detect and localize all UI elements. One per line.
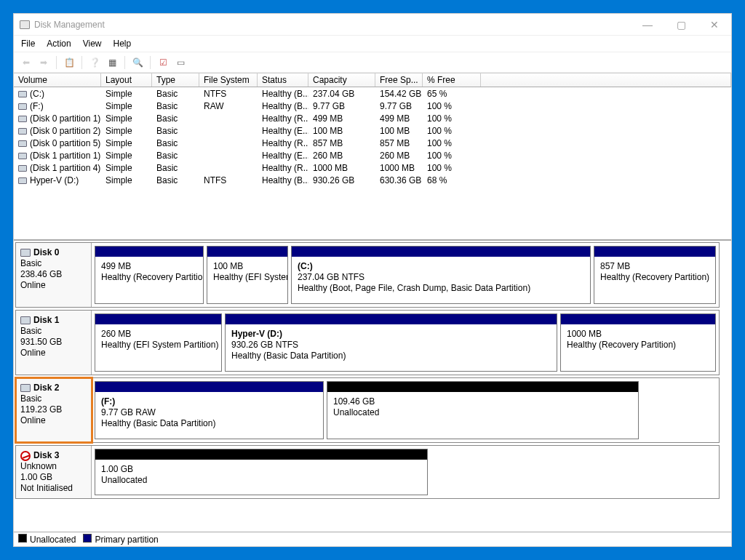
window-title: Disk Management xyxy=(34,20,105,30)
disk2-part-f[interactable]: (F:)9.77 GB RAWHealthy (Basic Data Parti… xyxy=(95,381,324,439)
disk1-part1[interactable]: 260 MBHealthy (EFI System Partition) xyxy=(95,313,222,372)
col-layout[interactable]: Layout xyxy=(101,73,152,87)
disk1-part-d[interactable]: Hyper-V (D:)930.26 GB NTFSHealthy (Basic… xyxy=(225,313,557,372)
disk-0-block[interactable]: Disk 0 Basic 238.46 GB Online 499 MBHeal… xyxy=(15,242,720,308)
app-icon xyxy=(20,20,30,29)
partition-bar xyxy=(594,247,715,257)
disk0-part5[interactable]: 857 MBHealthy (Recovery Partition) xyxy=(594,246,716,304)
volume-row[interactable]: (Disk 1 partition 4)SimpleBasicHealthy (… xyxy=(14,161,731,174)
disk-3-info: Disk 3 Unknown 1.00 GB Not Initialised xyxy=(16,446,92,498)
menu-file[interactable]: File xyxy=(21,39,35,49)
col-filesystem[interactable]: File System xyxy=(199,73,258,87)
help-icon[interactable]: ❔ xyxy=(87,55,103,71)
col-capacity[interactable]: Capacity xyxy=(308,73,375,87)
partition-bar xyxy=(561,314,715,324)
partition-bar xyxy=(327,382,638,392)
disk-icon xyxy=(20,384,31,392)
col-type[interactable]: Type xyxy=(152,73,199,87)
legend-swatch-primary xyxy=(83,534,92,543)
disk0-part1[interactable]: 499 MBHealthy (Recovery Partition) xyxy=(95,246,204,304)
volume-row[interactable]: (Disk 0 partition 1)SimpleBasicHealthy (… xyxy=(14,112,731,124)
disk-3-block[interactable]: Disk 3 Unknown 1.00 GB Not Initialised 1… xyxy=(15,445,720,499)
legend-label-primary: Primary partition xyxy=(95,535,158,545)
partition-bar xyxy=(95,247,203,257)
maximize-button[interactable]: ▢ xyxy=(664,14,698,36)
menu-help[interactable]: Help xyxy=(113,39,132,49)
disk-1-info: Disk 1 Basic 931.50 GB Online xyxy=(16,311,92,375)
partition-bar xyxy=(292,247,590,257)
action-check-icon[interactable]: ☑ xyxy=(155,55,171,71)
show-hide-console-icon[interactable]: 📋 xyxy=(61,55,77,71)
col-status[interactable]: Status xyxy=(258,73,308,87)
disk-1-block[interactable]: Disk 1 Basic 931.50 GB Online 260 MBHeal… xyxy=(15,310,720,375)
col-pctfree[interactable]: % Free xyxy=(423,73,481,87)
volume-list: Volume Layout Type File System Status Ca… xyxy=(14,73,731,240)
partition-bar xyxy=(95,382,323,392)
back-icon[interactable]: ⬅ xyxy=(18,55,34,71)
menu-action[interactable]: Action xyxy=(47,39,71,49)
volume-row[interactable]: (Disk 0 partition 5)SimpleBasicHealthy (… xyxy=(14,137,731,149)
volume-row[interactable]: Hyper-V (D:)SimpleBasicNTFSHealthy (B...… xyxy=(14,174,731,186)
refresh-icon[interactable]: 🔍 xyxy=(130,55,146,71)
disk1-part4[interactable]: 1000 MBHealthy (Recovery Partition) xyxy=(560,313,716,372)
settings-view-icon[interactable]: ▦ xyxy=(104,55,120,71)
volume-list-header: Volume Layout Type File System Status Ca… xyxy=(14,73,731,87)
disk0-part2[interactable]: 100 MBHealthy (EFI System xyxy=(207,246,288,304)
col-volume[interactable]: Volume xyxy=(14,73,101,87)
disk2-unallocated[interactable]: 109.46 GBUnallocated xyxy=(327,381,639,439)
close-button[interactable]: ✕ xyxy=(698,14,731,36)
volume-row[interactable]: (C:)SimpleBasicNTFSHealthy (B...237.04 G… xyxy=(14,87,731,100)
volume-row[interactable]: (Disk 1 partition 1)SimpleBasicHealthy (… xyxy=(14,149,731,161)
disk-unknown-icon xyxy=(20,451,31,461)
volume-row[interactable]: (F:)SimpleBasicRAWHealthy (B...9.77 GB9.… xyxy=(14,100,731,112)
legend-label-unallocated: Unallocated xyxy=(30,535,76,545)
disk-icon xyxy=(20,316,31,324)
partition-bar xyxy=(226,314,557,324)
legend-swatch-unallocated xyxy=(18,534,27,543)
disk-2-info: Disk 2 Basic 119.23 GB Online xyxy=(16,378,92,442)
partition-bar xyxy=(95,314,221,324)
partition-bar xyxy=(95,449,427,460)
disk3-unallocated[interactable]: 1.00 GBUnallocated xyxy=(95,449,428,495)
disk-management-window: Disk Management — ▢ ✕ File Action View H… xyxy=(13,13,732,547)
volume-row[interactable]: (Disk 0 partition 2)SimpleBasicHealthy (… xyxy=(14,124,731,137)
disk-0-info: Disk 0 Basic 238.46 GB Online xyxy=(16,243,92,307)
legend: Unallocated Primary partition xyxy=(14,532,731,546)
minimize-button[interactable]: — xyxy=(631,14,664,36)
forward-icon[interactable]: ➡ xyxy=(36,55,52,71)
menu-bar: File Action View Help xyxy=(14,36,731,52)
partition-bar xyxy=(207,247,287,257)
toolbar: ⬅ ➡ 📋 ❔ ▦ 🔍 ☑ ▭ xyxy=(14,52,731,73)
col-free[interactable]: Free Sp... xyxy=(375,73,423,87)
disk0-part-c[interactable]: (C:)237.04 GB NTFSHealthy (Boot, Page Fi… xyxy=(291,246,591,304)
title-bar: Disk Management — ▢ ✕ xyxy=(14,14,731,36)
disk-icon xyxy=(20,249,31,257)
disk-graphical-view[interactable]: Disk 0 Basic 238.46 GB Online 499 MBHeal… xyxy=(14,240,731,532)
disk-2-block[interactable]: Disk 2 Basic 119.23 GB Online (F:)9.77 G… xyxy=(15,377,720,443)
menu-view[interactable]: View xyxy=(83,39,102,49)
action-list-icon[interactable]: ▭ xyxy=(172,55,188,71)
